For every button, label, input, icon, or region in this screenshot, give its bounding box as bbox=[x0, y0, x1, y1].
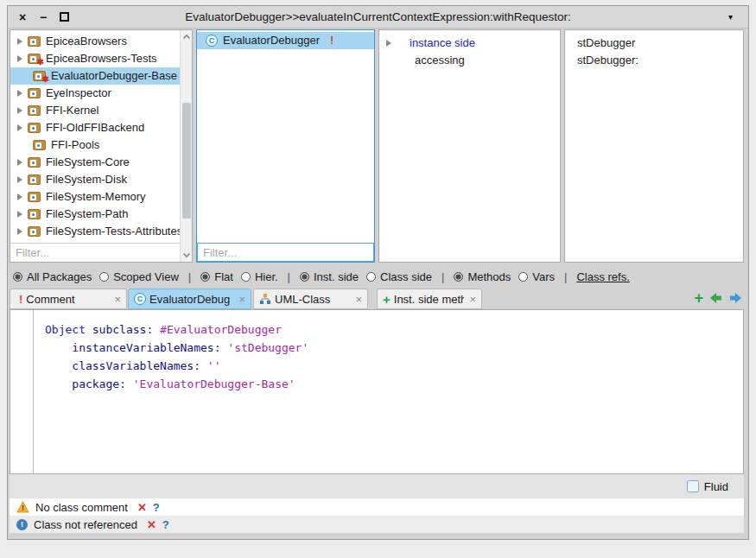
radio-unselected-icon bbox=[518, 272, 528, 282]
radio-methods[interactable]: Methods bbox=[454, 270, 511, 283]
packages-tree: EpiceaBrowsers ✱ EpiceaBrowsers-Tests ✱ … bbox=[10, 30, 180, 243]
package-icon bbox=[28, 192, 41, 202]
navigate-back-icon[interactable] bbox=[708, 291, 723, 305]
expand-arrow-icon[interactable] bbox=[386, 40, 391, 47]
method-row[interactable]: stDebugger: bbox=[565, 52, 743, 69]
package-row[interactable]: EyeInspector bbox=[10, 85, 180, 102]
expand-arrow-icon[interactable] bbox=[17, 228, 22, 235]
dirty-package-icon: ✱ bbox=[33, 71, 46, 81]
radio-class-side[interactable]: Class side bbox=[366, 270, 432, 283]
method-label: stDebugger: bbox=[577, 52, 638, 69]
package-row[interactable]: FileSystem-Disk bbox=[10, 171, 180, 188]
close-tab-icon[interactable]: × bbox=[238, 293, 245, 306]
package-row[interactable]: FFI-OldFFIBackend bbox=[10, 119, 180, 136]
navigate-forward-icon[interactable] bbox=[728, 291, 743, 305]
class-refs-link[interactable]: Class refs. bbox=[576, 270, 629, 283]
package-row[interactable]: FileSystem-Memory bbox=[10, 188, 180, 206]
code-editor[interactable]: Object subclass: #EvaluatorDebugger inst… bbox=[10, 309, 744, 474]
expand-arrow-icon[interactable] bbox=[17, 211, 22, 218]
radio-inst-side[interactable]: Inst. side bbox=[300, 270, 359, 283]
radio-scoped-view[interactable]: Scoped View bbox=[99, 270, 179, 283]
radio-label: Inst. side bbox=[314, 270, 359, 283]
package-icon bbox=[33, 140, 46, 150]
tab-inst-side-methods[interactable]: + Inst. side methc × bbox=[377, 289, 482, 309]
package-label: EyeInspector bbox=[46, 85, 111, 102]
tab-label: Inst. side methc bbox=[394, 293, 465, 306]
dirty-package-icon: ✱ bbox=[28, 54, 41, 64]
close-tab-icon[interactable]: × bbox=[469, 293, 476, 306]
packages-filter-input[interactable] bbox=[10, 243, 181, 262]
minimize-window-icon[interactable]: − bbox=[37, 6, 49, 29]
radio-unselected-icon bbox=[99, 272, 109, 282]
plus-icon: + bbox=[383, 292, 391, 307]
issue-help-icon[interactable]: ? bbox=[162, 518, 169, 531]
tab-comment[interactable]: ! Comment × bbox=[10, 289, 127, 309]
radio-hier[interactable]: Hier. bbox=[241, 270, 278, 283]
title-bar[interactable]: × − EvaluatorDebugger>>evaluateInCurrent… bbox=[8, 6, 748, 29]
class-icon: C bbox=[206, 35, 218, 47]
issue-row-class-not-referenced[interactable]: ! Class not referenced ✕ ? bbox=[10, 516, 744, 533]
radio-vars[interactable]: Vars bbox=[518, 270, 555, 283]
expand-arrow-icon[interactable] bbox=[17, 90, 22, 97]
scroll-down-icon[interactable] bbox=[182, 250, 191, 259]
scrollbar-thumb[interactable] bbox=[182, 103, 191, 219]
close-tab-icon[interactable]: × bbox=[114, 293, 121, 306]
protocol-row[interactable]: accessing bbox=[379, 52, 560, 69]
package-row[interactable]: EpiceaBrowsers bbox=[10, 33, 180, 50]
expand-arrow-icon[interactable] bbox=[17, 176, 22, 183]
expand-arrow-icon[interactable] bbox=[17, 38, 22, 45]
dirty-marker-icon: ✱ bbox=[42, 75, 49, 84]
package-row[interactable]: FileSystem-Path bbox=[10, 206, 180, 223]
package-row[interactable]: ✱ EpiceaBrowsers-Tests bbox=[10, 50, 180, 67]
package-label: FileSystem-Core bbox=[46, 154, 130, 171]
package-row-selected[interactable]: ✱ EvaluatorDebugger-Base bbox=[10, 67, 180, 85]
radio-label: Hier. bbox=[255, 270, 278, 283]
editor-options-strip: Fluid bbox=[10, 474, 744, 498]
class-warning-icon: ! bbox=[330, 32, 334, 49]
class-row-selected[interactable]: C EvaluatorDebugger ! bbox=[197, 32, 374, 49]
package-row[interactable]: FFI-Pools bbox=[10, 136, 180, 154]
fluid-label: Fluid bbox=[704, 480, 728, 493]
maximize-window-icon[interactable] bbox=[58, 6, 70, 29]
classes-filter-input[interactable] bbox=[197, 243, 374, 262]
package-icon bbox=[28, 123, 41, 133]
add-tab-icon[interactable]: + bbox=[694, 290, 703, 306]
radio-all-packages[interactable]: All Packages bbox=[13, 270, 92, 283]
issue-help-icon[interactable]: ? bbox=[153, 501, 160, 514]
expand-arrow-icon[interactable] bbox=[17, 107, 22, 114]
tab-class-definition[interactable]: C EvaluatorDebug × bbox=[128, 289, 251, 309]
dismiss-issue-icon[interactable]: ✕ bbox=[137, 501, 147, 514]
classes-pane: C EvaluatorDebugger ! bbox=[196, 29, 375, 263]
view-options-bar: All Packages Scoped View | Flat Hier. | … bbox=[13, 266, 745, 287]
radio-selected-icon bbox=[454, 272, 463, 282]
radio-label: Scoped View bbox=[113, 270, 179, 283]
method-row[interactable]: stDebugger bbox=[565, 35, 743, 52]
package-icon bbox=[28, 105, 41, 116]
scroll-up-icon[interactable] bbox=[182, 33, 191, 41]
expand-arrow-icon[interactable] bbox=[17, 159, 22, 166]
protocol-row[interactable]: instance side bbox=[379, 35, 560, 52]
close-window-icon[interactable]: × bbox=[16, 6, 29, 29]
code-line: Object subclass: #EvaluatorDebugger bbox=[45, 320, 740, 339]
package-row[interactable]: FFI-Kernel bbox=[10, 102, 180, 119]
window-menu-dropdown-icon[interactable]: ▾ bbox=[728, 6, 733, 29]
tab-tools: + bbox=[694, 290, 743, 306]
packages-scrollbar[interactable] bbox=[180, 30, 192, 262]
close-tab-icon[interactable]: × bbox=[355, 293, 362, 306]
expand-arrow-icon[interactable] bbox=[17, 124, 22, 131]
package-row[interactable]: FileSystem-Tests-Attributes bbox=[10, 223, 180, 240]
radio-flat[interactable]: Flat bbox=[200, 270, 233, 283]
separator: | bbox=[286, 270, 292, 283]
dismiss-issue-icon[interactable]: ✕ bbox=[147, 518, 156, 531]
protocol-label: accessing bbox=[415, 52, 465, 69]
fluid-checkbox[interactable] bbox=[687, 480, 699, 492]
expand-arrow-icon[interactable] bbox=[17, 193, 22, 200]
separator: | bbox=[187, 270, 193, 283]
package-label: FileSystem-Tests-Attributes bbox=[46, 223, 180, 240]
package-icon bbox=[28, 209, 41, 219]
issue-row-no-class-comment[interactable]: ! No class comment ✕ ? bbox=[10, 498, 744, 516]
protocols-pane: instance side accessing bbox=[378, 29, 561, 263]
expand-arrow-icon[interactable] bbox=[17, 55, 22, 62]
tab-uml-class[interactable]: UML-Class × bbox=[253, 289, 368, 309]
package-row[interactable]: FileSystem-Core bbox=[10, 154, 180, 171]
